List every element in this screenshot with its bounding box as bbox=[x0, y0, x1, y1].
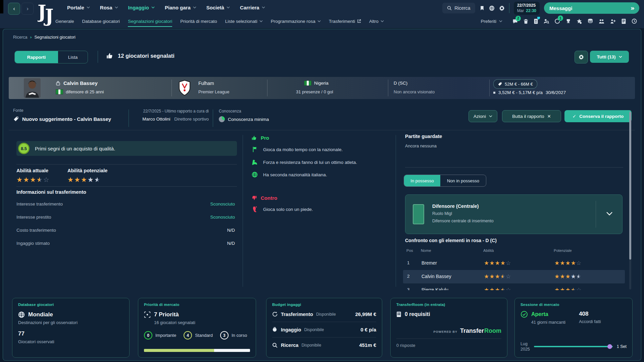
favorites-dropdown[interactable]: Preferiti bbox=[481, 19, 502, 24]
subnav-database-giocatori[interactable]: Database giocatori bbox=[82, 15, 120, 27]
divider bbox=[267, 80, 267, 96]
timeline-track[interactable] bbox=[534, 346, 613, 347]
comparison-row[interactable]: 1 Bremer ★★★★☆ ★★★★☆ bbox=[403, 257, 625, 270]
search-input[interactable]: Ricerca bbox=[442, 3, 475, 13]
scout-status: Non ancora visionato bbox=[394, 89, 435, 94]
nav-ingaggio[interactable]: Ingaggio bbox=[128, 5, 155, 10]
transfer-icon bbox=[272, 311, 280, 317]
globe-icon[interactable] bbox=[489, 5, 495, 11]
nav-carriera[interactable]: Carriera bbox=[240, 5, 265, 10]
star-icon[interactable] bbox=[576, 18, 582, 24]
ability-stars: ★★★★☆ bbox=[484, 260, 511, 266]
subnav-liste-selezionati[interactable]: Liste selezionati bbox=[225, 15, 263, 27]
card-database-giocatori[interactable]: Database giocatori Mondiale Destinazioni… bbox=[12, 298, 130, 358]
back-button[interactable]: ‹ bbox=[8, 3, 20, 15]
tab-in-possesso[interactable]: In possesso bbox=[404, 175, 440, 186]
messages-button[interactable]: Messaggi » bbox=[544, 2, 639, 14]
document-icon[interactable] bbox=[621, 18, 626, 24]
chevron-down-icon bbox=[87, 6, 90, 8]
comparison-row-highlighted[interactable]: 2 Calvin Bassey ★★★★☆ ★★★★★ bbox=[403, 270, 625, 283]
subnav-segnalazioni-giocatori[interactable]: Segnalazioni giocatori bbox=[128, 15, 172, 27]
window-corner bbox=[0, 0, 3, 13]
scrollbar-thumb[interactable] bbox=[629, 112, 631, 260]
subnav-programmazione-rosa[interactable]: Programmazione rosa bbox=[271, 15, 321, 27]
bin-icon[interactable] bbox=[523, 18, 529, 24]
badge-standard: 4 Standard bbox=[184, 331, 213, 340]
date-display[interactable]: 22/7/2025 Mar22:30 bbox=[514, 2, 540, 15]
knowledge-label: Conoscenza bbox=[219, 109, 241, 114]
club-league[interactable]: Premier League bbox=[198, 89, 230, 94]
chevron-down-icon bbox=[606, 211, 613, 217]
potential-stars: ★★★★★ bbox=[554, 273, 582, 280]
wage-contract-row: 3,52M € - 5,17M € p/a 30/6/2027 bbox=[493, 90, 566, 95]
pro-item: Forza e resistenza fanno di lui un ottim… bbox=[251, 159, 357, 165]
divider bbox=[509, 3, 509, 13]
filter-dropdown[interactable]: Tutti (13) bbox=[590, 51, 629, 63]
nav-portale[interactable]: Portale bbox=[67, 5, 90, 10]
forward-button[interactable]: › bbox=[21, 3, 34, 15]
value-range-chip: 52M € - 66M € bbox=[493, 79, 537, 89]
trophy-icon[interactable] bbox=[565, 18, 571, 24]
tab-non-in-possesso[interactable]: Non in possesso bbox=[440, 175, 486, 186]
matches-value: Ancora nessuna bbox=[405, 143, 437, 148]
transfer-row: Interesse trasferimento Sconosciuto bbox=[16, 201, 235, 207]
column-divider bbox=[243, 135, 243, 287]
actions-dropdown[interactable]: Azioni bbox=[468, 110, 497, 122]
double-chevron-icon: » bbox=[631, 4, 634, 12]
card-transferroom[interactable]: TransferRoom (in entrata) 0 requisiti PO… bbox=[390, 298, 507, 358]
contract-end: 30/6/2027 bbox=[546, 90, 566, 95]
subnav-altro[interactable]: Altro bbox=[369, 15, 384, 27]
report-settings-button[interactable] bbox=[575, 51, 588, 63]
responses-count: 0 risposte bbox=[396, 338, 501, 348]
rating-badge: 8.5 bbox=[18, 143, 30, 154]
tab-rapporti[interactable]: Rapporti bbox=[15, 51, 58, 63]
player-header[interactable]: Calvin Bassey difensore di 25 anni Fulha… bbox=[9, 77, 635, 99]
team-add-icon[interactable] bbox=[610, 18, 616, 24]
keep-report-button[interactable]: ✓ Conserva il rapporto bbox=[564, 110, 632, 122]
sync-icon[interactable]: 1 bbox=[554, 18, 560, 24]
nav-societa[interactable]: Società bbox=[206, 5, 230, 10]
bookmark-icon[interactable] bbox=[480, 5, 485, 11]
session-timeline: Lug 2025 1 Set bbox=[521, 341, 627, 352]
role-selector[interactable]: Difensore (Centrale) Ruolo Migl Difensor… bbox=[405, 194, 623, 234]
lock-icon bbox=[56, 81, 60, 86]
game-day: Mar bbox=[517, 8, 524, 13]
author-name[interactable]: Marco Ottolini bbox=[142, 117, 170, 122]
comparison-row[interactable]: 3 Pierre Kalulu ★★★★☆ ★★★★☆ bbox=[403, 283, 625, 290]
scout-search-icon[interactable] bbox=[543, 18, 549, 24]
squad-comparison-column: Partite guardate Ancora nessuna In posse… bbox=[402, 132, 626, 290]
wage-icon bbox=[272, 327, 280, 332]
subnav-trasferimenti[interactable]: Trasferimenti bbox=[329, 15, 361, 27]
discard-report-button[interactable]: Butta il rapporto ✕ bbox=[502, 110, 561, 122]
subnav-generale[interactable]: Generale bbox=[55, 15, 74, 27]
knowledge-row: Conoscenza minima bbox=[219, 116, 269, 122]
card-priorita-mercato[interactable]: Priorità di mercato 7 Priorità 16 giocat… bbox=[138, 298, 256, 358]
chevron-down-icon bbox=[115, 6, 118, 8]
nav-rosa[interactable]: Rosa bbox=[100, 5, 118, 10]
col-header-pos: Pos bbox=[406, 248, 413, 253]
timeline-handle[interactable] bbox=[607, 344, 612, 349]
club-name[interactable]: Fulham bbox=[198, 81, 214, 86]
transfer-info-title: Informazioni sul trasferimento bbox=[16, 189, 86, 195]
chevron-down-icon bbox=[193, 6, 196, 8]
coins-icon[interactable] bbox=[587, 18, 593, 24]
nav-piano-gara[interactable]: Piano gara bbox=[165, 5, 196, 10]
muscle-icon bbox=[251, 159, 258, 165]
tab-lista[interactable]: Lista bbox=[58, 51, 88, 63]
player-desc-row: difensore di 25 anni bbox=[56, 89, 104, 94]
report-card-icon[interactable] bbox=[534, 18, 538, 24]
card-budget-ingaggi[interactable]: Budget ingaggi Trasferimento Disponibile… bbox=[266, 298, 382, 358]
breadcrumb-parent[interactable]: Ricerca bbox=[13, 35, 27, 40]
observed-label: Giocatori osservati bbox=[18, 339, 123, 344]
budget-row-ingaggio: Ingaggio Disponibile 0 € p/a bbox=[272, 322, 376, 337]
card-sessione-mercato[interactable]: Sessione di mercato Aperta 41 giorni man… bbox=[514, 298, 633, 358]
session-status-block: Aperta 41 giorni mancanti bbox=[521, 311, 565, 325]
divider bbox=[596, 201, 596, 228]
history-icon[interactable] bbox=[631, 18, 637, 24]
subnav-priorita-mercato[interactable]: Priorità di mercato bbox=[180, 15, 217, 27]
chat-bubble-icon[interactable]: 2 bbox=[512, 18, 518, 24]
team-icon[interactable] bbox=[598, 18, 605, 24]
globe-icon bbox=[18, 311, 25, 318]
bullet-icon bbox=[493, 92, 495, 94]
gear-icon[interactable] bbox=[499, 5, 505, 11]
